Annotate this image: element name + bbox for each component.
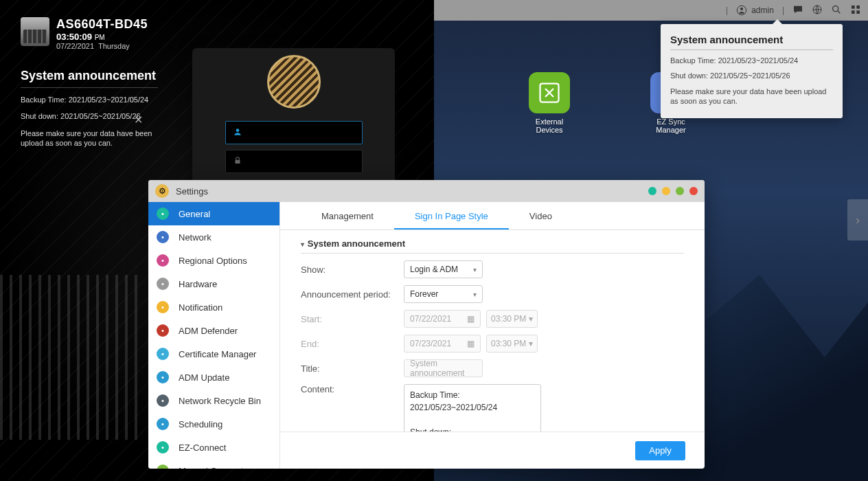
start-time-input[interactable]: 03:30 PM▾ (486, 310, 538, 328)
sidebar-icon: • (157, 418, 169, 430)
svg-point-5 (833, 5, 838, 11)
period-select[interactable]: Forever▾ (404, 285, 483, 303)
apply-button[interactable]: Apply (635, 441, 685, 460)
sidebar-item-hardware[interactable]: •Hardware (148, 272, 279, 295)
end-time-input[interactable]: 03:30 PM▾ (486, 335, 538, 353)
sidebar-icon: • (157, 394, 169, 407)
decorative-bars (0, 275, 137, 440)
announcement-popover: System announcement Backup Time: 2021/05… (661, 24, 843, 118)
grid-icon[interactable] (850, 4, 861, 17)
avatar (267, 55, 321, 109)
show-select[interactable]: Login & ADM▾ (404, 260, 483, 278)
content-textarea[interactable]: Backup Time: 2021/05/23~2021/05/24 Shut … (404, 384, 541, 432)
calendar-icon: ▦ (467, 314, 475, 324)
sidebar-item-adm-update[interactable]: •ADM Update (148, 366, 279, 389)
sidebar-item-notification[interactable]: •Notification (148, 295, 279, 319)
login-announcement-title: System announcement (21, 69, 158, 88)
sidebar-icon: • (157, 278, 169, 290)
window-dot-1[interactable] (648, 187, 656, 195)
desktop-icon-external-devices[interactable]: External Devices (522, 72, 577, 134)
svg-rect-8 (852, 10, 855, 14)
search-icon[interactable] (831, 4, 842, 17)
window-dot-2[interactable] (662, 187, 670, 195)
topbar-user[interactable]: admin (736, 5, 774, 16)
svg-point-3 (740, 8, 743, 10)
title-input[interactable]: System announcement (404, 359, 483, 377)
device-header: AS6604T-BD45 03:50:09 PM 07/22/2021 Thur… (21, 17, 148, 50)
tab-management[interactable]: Management (301, 202, 394, 230)
sidebar-icon: • (157, 254, 169, 267)
start-date-input[interactable]: 07/22/2021▦ (404, 310, 481, 328)
chevron-down-icon: ▾ (473, 266, 477, 273)
settings-tabs: ManagementSign In Page StyleVideo (280, 202, 705, 230)
message-icon[interactable] (792, 4, 803, 17)
sidebar-item-general[interactable]: •General (148, 202, 279, 225)
external-devices-icon (529, 72, 570, 113)
sidebar-item-certificate-manager[interactable]: •Certificate Manager (148, 342, 279, 366)
settings-footer: Apply (280, 432, 705, 469)
sidebar-icon: • (157, 371, 169, 383)
sidebar-icon: • (157, 301, 169, 313)
chevron-down-icon: ▾ (529, 339, 533, 348)
desktop-topbar: | admin | (434, 0, 868, 21)
section-header[interactable]: System announcement (301, 238, 684, 254)
side-drawer-handle[interactable]: › (847, 199, 868, 240)
sidebar-item-network[interactable]: •Network (148, 225, 279, 249)
end-date-input[interactable]: 07/23/2021▦ (404, 335, 481, 353)
sidebar-icon: • (157, 208, 169, 220)
calendar-icon: ▦ (467, 339, 475, 348)
user-icon (233, 127, 242, 139)
svg-point-0 (236, 128, 239, 132)
chevron-down-icon: ▾ (473, 291, 477, 298)
sidebar-icon: • (157, 231, 169, 243)
login-announcement-panel: System announcement Backup Time: 2021/05… (21, 69, 158, 155)
sidebar-item-manual-connect[interactable]: •Manual Connect (148, 459, 279, 469)
svg-rect-1 (235, 159, 240, 163)
close-icon[interactable]: ✕ (134, 113, 143, 126)
sidebar-icon: • (157, 465, 169, 469)
user-icon (736, 5, 747, 16)
device-date: 07/22/2021 Thursday (56, 42, 148, 50)
nas-icon (21, 17, 49, 46)
popover-title: System announcement (670, 34, 833, 50)
lock-icon (233, 156, 242, 168)
chevron-down-icon: ▾ (529, 314, 533, 324)
tab-sign-in-page-style[interactable]: Sign In Page Style (394, 202, 509, 230)
settings-window: ⚙ Settings •General•Network•Regional Opt… (148, 180, 705, 469)
sidebar-icon: • (157, 348, 169, 360)
tab-video[interactable]: Video (509, 202, 573, 230)
username-input[interactable] (225, 121, 363, 144)
sidebar-icon: • (157, 441, 169, 454)
window-titlebar[interactable]: ⚙ Settings (148, 180, 705, 202)
window-dot-3[interactable] (676, 187, 684, 195)
sidebar-item-scheduling[interactable]: •Scheduling (148, 412, 279, 436)
password-input[interactable] (225, 150, 363, 173)
device-model: AS6604T-BD45 (56, 17, 148, 32)
svg-rect-6 (852, 5, 855, 9)
sidebar-item-ez-connect[interactable]: •EZ-Connect (148, 436, 279, 459)
settings-content: System announcement Show: Login & ADM▾ A… (280, 230, 705, 432)
globe-icon[interactable] (812, 4, 823, 17)
sidebar-icon: • (157, 324, 169, 337)
settings-sidebar: •General•Network•Regional Options•Hardwa… (148, 202, 280, 469)
svg-rect-9 (856, 10, 860, 14)
sidebar-item-network-recycle-bin[interactable]: •Network Recycle Bin (148, 389, 279, 412)
gear-icon: ⚙ (155, 184, 169, 198)
sidebar-item-regional-options[interactable]: •Regional Options (148, 249, 279, 272)
sidebar-item-adm-defender[interactable]: •ADM Defender (148, 319, 279, 342)
window-dot-4[interactable] (689, 187, 698, 195)
device-time: 03:50:09 PM (56, 32, 148, 42)
svg-rect-7 (856, 5, 860, 9)
